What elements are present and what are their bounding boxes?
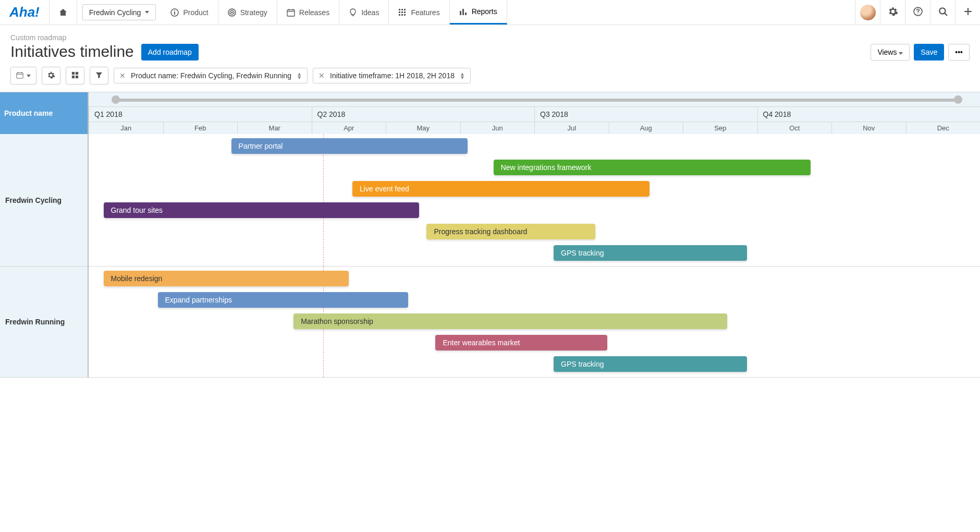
sort-icon: ▲▼	[297, 72, 302, 79]
save-button[interactable]: Save	[914, 44, 944, 61]
nav-label: Releases	[299, 8, 329, 17]
slider-handle-right[interactable]	[954, 95, 962, 104]
avatar-button[interactable]	[855, 0, 880, 25]
nav-product[interactable]: Product	[161, 0, 218, 25]
plus-icon	[963, 7, 973, 18]
page-header: Custom roadmap Initiatives timeline Add …	[0, 25, 980, 67]
nav-strategy[interactable]: Strategy	[218, 0, 277, 25]
avatar	[860, 5, 876, 20]
home-nav[interactable]	[50, 0, 77, 25]
initiative-bar[interactable]: Expand partnerships	[158, 292, 408, 308]
nav-right	[855, 0, 980, 25]
close-icon[interactable]: ✕	[318, 71, 325, 80]
roadmap: Product name Q1 2018Q2 2018Q3 2018Q4 201…	[0, 92, 980, 378]
layout-button[interactable]	[66, 67, 84, 84]
month-cell: Jan	[89, 122, 163, 134]
slider-handle-left[interactable]	[112, 95, 120, 104]
slider-track	[115, 99, 959, 102]
logo: Aha!	[0, 0, 50, 25]
nav-features[interactable]: Features	[389, 0, 449, 25]
toolbar: ✕ Product name: Fredwin Cycling, Fredwin…	[0, 67, 980, 92]
svg-rect-36	[76, 75, 78, 78]
nav-label: Product	[183, 8, 208, 17]
svg-rect-33	[72, 71, 75, 74]
svg-rect-35	[72, 75, 75, 78]
home-icon	[59, 8, 67, 17]
search-icon	[938, 7, 948, 18]
month-cell: Feb	[163, 122, 238, 134]
quarter-cell: Q1 2018	[89, 107, 312, 122]
filter-timeframe[interactable]: ✕ Initiative timeframe: 1H 2018, 2H 2018…	[313, 68, 471, 83]
svg-point-1	[174, 10, 175, 11]
filter-timeframe-label: Initiative timeframe: 1H 2018, 2H 2018	[330, 71, 455, 80]
row-label: Fredwin Running	[0, 267, 88, 378]
initiative-bar[interactable]: New integrations framework	[494, 160, 811, 175]
chevron-down-icon	[27, 75, 31, 77]
initiative-bar[interactable]: Partner portal	[231, 138, 468, 154]
chevron-down-icon	[145, 11, 149, 14]
month-cell: Jun	[460, 122, 535, 134]
target-icon	[228, 8, 236, 17]
svg-rect-34	[76, 71, 78, 74]
chart-row: Mobile redesignExpand partnershipsMarath…	[89, 267, 980, 378]
calendar-icon	[287, 8, 295, 17]
date-range-button[interactable]	[10, 67, 36, 84]
svg-rect-15	[401, 11, 403, 13]
add-roadmap-button[interactable]: Add roadmap	[141, 44, 199, 61]
svg-point-5	[231, 12, 232, 13]
quarter-cell: Q4 2018	[757, 107, 981, 122]
initiative-bar[interactable]: Progress tracking dashboard	[426, 224, 595, 239]
svg-point-25	[939, 8, 945, 14]
svg-line-26	[945, 13, 947, 16]
svg-rect-12	[401, 9, 403, 10]
svg-point-24	[917, 14, 918, 14]
filter-icon	[95, 71, 103, 80]
initiative-bar[interactable]: Marathon sponsorship	[293, 313, 727, 329]
add-button[interactable]	[955, 0, 980, 25]
help-button[interactable]	[905, 0, 930, 25]
gear-icon	[47, 71, 55, 80]
sort-icon: ▲▼	[460, 72, 465, 79]
initiative-bar[interactable]: Enter wearables market	[435, 335, 607, 350]
svg-rect-13	[404, 9, 406, 10]
gear-button[interactable]	[880, 0, 905, 25]
svg-rect-2	[174, 12, 175, 15]
filter-button[interactable]	[90, 67, 108, 84]
grid-icon	[71, 71, 79, 80]
month-cell: Nov	[831, 122, 906, 134]
initiative-bar[interactable]: Grand tour sites	[104, 202, 420, 218]
month-cell: May	[386, 122, 460, 134]
initiative-bar[interactable]: Live event feed	[352, 181, 650, 197]
gear-icon	[888, 7, 898, 18]
views-dropdown[interactable]: Views	[871, 44, 910, 61]
initiative-bar[interactable]: GPS tracking	[554, 245, 747, 261]
page-title: Initiatives timeline	[10, 43, 134, 61]
svg-rect-22	[465, 13, 467, 15]
chart-row: Partner portalNew integrations framework…	[89, 134, 980, 267]
month-cell: Aug	[609, 122, 683, 134]
nav-label: Features	[411, 8, 439, 17]
month-cell: Jul	[534, 122, 609, 134]
workspace-name: Fredwin Cycling	[89, 8, 141, 17]
zoom-slider[interactable]	[89, 92, 980, 107]
close-icon[interactable]: ✕	[119, 71, 126, 80]
nav-ideas[interactable]: Ideas	[339, 0, 389, 25]
settings-button[interactable]	[42, 67, 60, 84]
report-icon	[459, 7, 468, 16]
info-icon	[170, 8, 179, 17]
nav-reports[interactable]: Reports	[450, 0, 507, 25]
nav-releases[interactable]: Releases	[277, 0, 339, 25]
help-icon	[913, 7, 923, 18]
workspace-selector[interactable]: Fredwin Cycling	[82, 4, 156, 20]
filter-product[interactable]: ✕ Product name: Fredwin Cycling, Fredwin…	[114, 68, 308, 83]
quarter-cell: Q2 2018	[312, 107, 535, 122]
top-nav: Aha! Fredwin Cycling ProductStrategyRele…	[0, 0, 980, 25]
more-options-button[interactable]: •••	[948, 44, 970, 61]
initiative-bar[interactable]: Mobile redesign	[104, 271, 349, 286]
month-cell: Mar	[237, 122, 312, 134]
initiative-bar[interactable]: GPS tracking	[554, 356, 747, 372]
search-button[interactable]	[930, 0, 955, 25]
time-headers: Q1 2018Q2 2018Q3 2018Q4 2018 JanFebMarAp…	[89, 107, 980, 134]
svg-rect-6	[287, 10, 295, 16]
svg-rect-16	[404, 11, 406, 13]
